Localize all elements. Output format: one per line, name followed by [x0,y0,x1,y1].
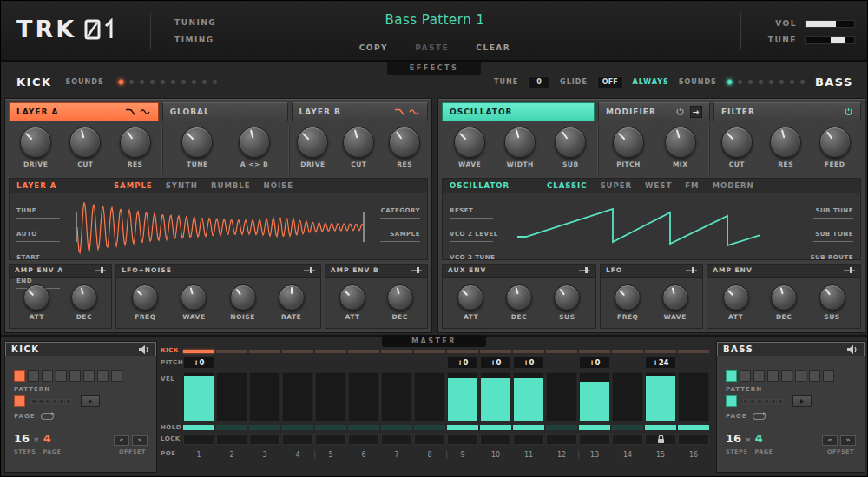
pattern-slot[interactable] [809,370,820,382]
sound-slot-dot[interactable] [727,79,733,85]
hold-cell[interactable] [183,425,214,430]
velocity-cell[interactable] [183,372,214,421]
tab-classic[interactable]: CLASSIC [547,181,588,190]
kick-channel-header[interactable]: KICK [5,342,156,356]
tab-layer-a[interactable]: LAYER A [9,102,159,121]
velocity-cell[interactable] [645,372,676,421]
sound-slot-dot[interactable] [201,79,207,85]
hold-cell[interactable] [414,425,445,430]
hold-cell[interactable] [282,425,313,430]
speaker-icon[interactable] [846,344,858,355]
seq-step-13[interactable]: +013 [579,350,610,460]
knob-dec[interactable]: DEC [499,284,539,321]
sound-slot-dot[interactable] [737,79,743,85]
tab-sample[interactable]: SAMPLE [114,181,153,190]
knob-att[interactable]: ATT [716,284,756,321]
pattern-slot[interactable] [771,399,776,404]
seq-step-14[interactable]: 14 [612,350,643,460]
route-arrow-icon[interactable]: → [690,106,702,118]
seq-step-6[interactable]: 6 [348,350,379,460]
kick-trigger-cell[interactable] [216,350,247,353]
sound-slot-dot[interactable] [170,79,176,85]
velocity-cell[interactable] [447,372,478,421]
sound-slot-dot[interactable] [128,79,135,85]
knob-wave[interactable]: WAVE [447,127,492,168]
param-tune[interactable]: TUNE [16,199,60,219]
seq-step-8[interactable]: 8 [414,350,445,460]
kick-trigger-cell[interactable] [249,350,280,353]
pattern-slot[interactable] [726,395,737,407]
pitch-cell[interactable] [381,356,412,369]
pattern-slot[interactable] [59,399,64,404]
offset-left-button[interactable]: « [114,435,129,446]
param-sample[interactable]: SAMPLE [380,223,420,242]
param-vco-2-level[interactable]: VCO 2 LEVEL [450,223,498,242]
pattern-slot[interactable] [28,370,39,382]
knob-a-b[interactable]: A <> B [232,127,277,168]
tab-rumble[interactable]: RUMBLE [211,181,251,190]
param-category[interactable]: CATEGORY [380,199,420,219]
sound-slot-dot[interactable] [191,79,197,85]
pattern-slot[interactable] [726,370,737,382]
pattern-slot[interactable] [14,370,25,382]
velocity-cell[interactable] [249,372,280,421]
lock-cell[interactable] [645,434,676,445]
kick-trigger-cell[interactable] [546,350,577,353]
lock-cell[interactable] [249,434,280,445]
lock-cell[interactable] [546,434,577,445]
velocity-cell[interactable] [678,372,709,421]
pattern-slot[interactable] [83,370,95,382]
knob-res[interactable]: RES [763,127,808,168]
pitch-cell[interactable] [612,356,643,369]
knob-sub[interactable]: SUB [548,127,593,168]
sample-start-marker[interactable] [76,212,77,242]
kick-trigger-cell[interactable] [414,350,445,353]
seq-step-12[interactable]: 12 [546,350,577,460]
kick-trigger-cell[interactable] [381,350,412,353]
kick-trigger-cell[interactable] [645,350,676,353]
seq-step-11[interactable]: +011 [513,350,544,460]
tab-west[interactable]: WEST [645,181,672,190]
pattern-slot[interactable] [31,399,36,404]
clear-button[interactable]: CLEAR [476,43,510,52]
loop-icon[interactable] [40,412,55,421]
knob-drive[interactable]: DRIVE [13,127,58,168]
velocity-cell[interactable] [216,372,247,421]
tuning-button[interactable]: TUNING [174,18,216,27]
pattern-slot[interactable] [66,399,71,404]
velocity-cell[interactable] [546,372,577,421]
knob-noise[interactable]: NOISE [223,284,263,321]
bass-channel-header[interactable]: BASS [717,342,865,356]
knob-mix[interactable]: MIX [658,127,703,168]
sound-slot-dot[interactable] [779,79,785,85]
knob-sus[interactable]: SUS [812,284,852,321]
knob-tune[interactable]: TUNE [174,127,220,168]
sound-slot-dot[interactable] [139,79,145,85]
pitch-cell[interactable]: +0 [513,356,544,369]
knob-wave[interactable]: WAVE [174,284,214,321]
kick-trigger-cell[interactable] [183,350,214,353]
kick-trigger-cell[interactable] [513,350,544,353]
tune-slider[interactable] [805,36,855,44]
pitch-cell[interactable] [249,356,280,369]
seq-step-4[interactable]: 4 [282,350,313,460]
pattern-slot[interactable] [823,370,834,382]
pitch-cell[interactable]: +0 [447,356,478,369]
param-sub-tone[interactable]: SUB TONE [810,223,853,242]
pattern-slot[interactable] [97,370,108,382]
lock-cell[interactable] [480,434,511,445]
bass-glide-value[interactable]: OFF [597,76,623,88]
offset-left-button[interactable]: « [822,435,838,446]
hold-cell[interactable] [480,425,511,430]
bass-always-toggle[interactable]: ALWAYS [633,78,669,86]
pattern-slot[interactable] [42,370,53,382]
param-start[interactable]: START [16,246,60,265]
hold-cell[interactable] [612,425,643,430]
seq-step-7[interactable]: 7 [381,350,412,460]
sound-slot-dot[interactable] [181,79,187,85]
kick-trigger-cell[interactable] [678,350,709,353]
seq-step-16[interactable]: 16 [678,350,709,460]
velocity-cell[interactable] [480,372,511,421]
pitch-cell[interactable] [678,356,709,369]
tab-filter[interactable]: FILTER [713,102,861,121]
